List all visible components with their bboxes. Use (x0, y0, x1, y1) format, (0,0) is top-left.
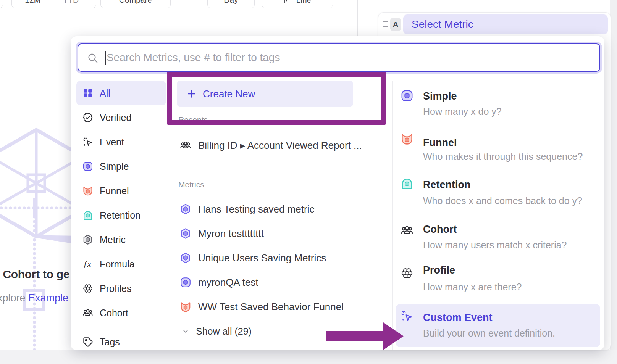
sidebar-item-label: All (100, 88, 110, 99)
sidebar-item-formula[interactable]: ƒxFormula (76, 252, 166, 276)
canvas-empty-state-subtext: xplore Example (0, 292, 68, 304)
profiles-icon (82, 283, 94, 294)
annotation-arrow (326, 331, 384, 341)
saved-metric-item[interactable]: Hans Testing saved metric (177, 197, 383, 221)
svg-text:ƒx: ƒx (83, 259, 91, 269)
saved-metric-label: WW Test Saved Behavior Funnel (198, 301, 344, 313)
page-background-bottom (0, 350, 617, 364)
metric-slot-badge: A (390, 18, 401, 31)
metric-hex-purple-icon (179, 203, 192, 215)
retention-icon (82, 209, 94, 221)
simple-icon (179, 276, 192, 288)
range-12m-button[interactable]: 12M (12, 0, 54, 8)
sidebar-item-label: Profiles (100, 283, 131, 294)
example-link[interactable]: Example (28, 292, 68, 304)
cohort-icon (400, 224, 414, 237)
date-range-segmented-control: 12M YTD (11, 0, 96, 8)
retention-icon (400, 177, 414, 190)
metric-hex-purple-icon (179, 227, 192, 240)
annotation-arrow-head (383, 322, 404, 350)
sidebar-item-label: Verified (100, 112, 131, 123)
sidebar-item-all[interactable]: All (76, 81, 166, 105)
search-input[interactable] (107, 44, 595, 71)
cohort-icon (82, 307, 94, 319)
search-icon (87, 52, 99, 64)
sidebar-item-retention[interactable]: Retention (76, 203, 166, 227)
saved-metric-item[interactable]: WW Test Saved Behavior Funnel (177, 295, 383, 319)
metric-type-description: Build your own event definition. (423, 328, 555, 339)
range-ytd-button[interactable]: YTD (54, 0, 96, 8)
sidebar-item-verified[interactable]: Verified (76, 105, 166, 130)
sidebar-item-label: Funnel (100, 185, 129, 196)
show-all-button[interactable]: Show all (29) (179, 324, 332, 338)
metric-type-title: Profile (423, 264, 455, 276)
metrics-section-label: Metrics (178, 180, 204, 189)
saved-metric-item[interactable]: myronQA test (177, 270, 383, 295)
verified-icon (82, 112, 94, 123)
metric-type-description: Who does x and comes back to do y? (423, 195, 582, 206)
caret-down-icon (81, 0, 87, 3)
saved-metric-label: Unique Users Saving Metrics (198, 252, 326, 264)
chevron-down-icon (181, 327, 190, 335)
saved-metric-item[interactable]: Unique Users Saving Metrics (177, 246, 383, 270)
page-background-right (610, 0, 617, 364)
sidebar-item-label: Simple (100, 161, 129, 172)
column-divider (392, 81, 393, 350)
grid-icon (82, 87, 94, 99)
saved-metric-item[interactable]: Myron testttttttt (177, 221, 383, 246)
clipped-toolbar-button[interactable] (0, 0, 3, 8)
metric-type-title: Cohort (423, 224, 457, 235)
metric-type-description: How many users match x criteria? (423, 240, 567, 251)
custom-event-icon (400, 309, 414, 323)
funnel-icon (179, 301, 192, 313)
compare-button[interactable]: Compare (100, 0, 171, 8)
canvas-empty-state-heading: r Cohort to ge (0, 268, 69, 281)
metric-type-description: How many x do y? (423, 106, 502, 117)
chart-type-line-button[interactable]: Line (262, 0, 333, 8)
metric-type-description: Who makes it through this sequence? (423, 151, 583, 162)
sidebar-item-event[interactable]: Event (76, 130, 166, 154)
recent-item-label: Billing ID ▸ Account Viewed Report ... (198, 140, 362, 151)
sidebar-item-label: Formula (100, 259, 135, 270)
metric-type-title: Simple (423, 90, 457, 102)
recents-divider (174, 165, 376, 165)
search-field (78, 43, 600, 72)
sidebar-item-funnel[interactable]: Funnel (76, 179, 166, 203)
metric-type-description: How many x are there? (423, 282, 522, 293)
drag-handle-icon[interactable] (383, 21, 388, 29)
sidebar-bottom-divider (76, 333, 166, 333)
sidebar-item-label: Tags (100, 337, 120, 348)
profiles-icon (400, 266, 414, 280)
sidebar-item-label: Retention (100, 210, 141, 221)
recent-item[interactable]: Billing ID ▸ Account Viewed Report ... (177, 133, 383, 158)
funnel-icon (400, 132, 414, 146)
metric-type-title: Funnel (423, 137, 457, 149)
cohort-icon (179, 139, 192, 151)
sidebar-item-simple[interactable]: Simple (76, 154, 166, 179)
granularity-day-button[interactable]: Day (207, 0, 255, 8)
simple-icon (400, 89, 414, 103)
metric-type-title: Custom Event (423, 312, 493, 324)
sidebar-item-metric[interactable]: Metric (76, 227, 166, 252)
event-icon (82, 136, 94, 148)
metric-type-title: Retention (423, 179, 471, 191)
simple-icon (82, 161, 94, 172)
formula-icon: ƒx (82, 258, 94, 270)
sidebar-item-profiles[interactable]: Profiles (76, 276, 166, 301)
annotation-highlight-box (167, 72, 386, 125)
sidebar-item-label: Cohort (100, 308, 128, 319)
metric-hex-purple-icon (179, 252, 192, 264)
custom-event-highlight (396, 304, 600, 347)
saved-metric-label: myronQA test (198, 277, 258, 288)
text-cursor (105, 51, 106, 65)
tag-icon (82, 336, 94, 348)
line-chart-icon (283, 0, 292, 5)
saved-metric-label: Myron testttttttt (198, 228, 264, 240)
sidebar-item-cohort[interactable]: Cohort (76, 301, 166, 325)
select-metric-button[interactable]: Select Metric (403, 14, 608, 34)
sidebar-item-label: Event (100, 137, 124, 148)
metric-gray-icon (82, 234, 94, 245)
saved-metric-label: Hans Testing saved metric (198, 203, 314, 215)
funnel-icon (82, 185, 94, 196)
sidebar-item-label: Metric (100, 234, 126, 245)
